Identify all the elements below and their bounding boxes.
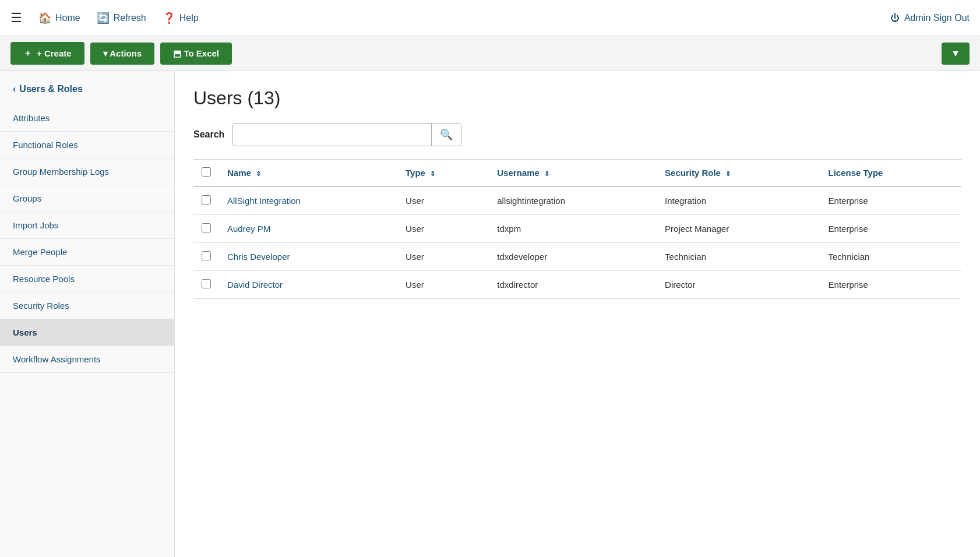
admin-sign-out-label: Admin Sign Out (904, 13, 970, 23)
create-button[interactable]: ＋ + Create (10, 42, 84, 65)
sidebar-item-merge-people[interactable]: Merge People (0, 239, 174, 266)
to-excel-button[interactable]: ⬒ To Excel (160, 43, 232, 65)
row-checkbox[interactable] (202, 195, 211, 205)
table-body: AllSight Integration User allsightintegr… (193, 186, 961, 299)
sidebar: ‹ Users & Roles Attributes Functional Ro… (0, 71, 175, 557)
sidebar-item-label: Users (13, 327, 37, 337)
table-row: Chris Developer User tdxdeveloper Techni… (193, 243, 961, 271)
sidebar-item-label: Groups (13, 193, 41, 203)
sidebar-item-resource-pools[interactable]: Resource Pools (0, 266, 174, 292)
table-row: AllSight Integration User allsightintegr… (193, 186, 961, 215)
row-checkbox-cell (193, 243, 219, 271)
sidebar-back[interactable]: ‹ Users & Roles (0, 77, 174, 105)
main-content: Users (13) Search 🔍 Name ⇕ (175, 71, 980, 557)
cell-username: tdxdirector (489, 271, 657, 299)
row-checkbox-cell (193, 186, 219, 215)
user-name-link[interactable]: Chris Developer (227, 252, 290, 262)
sidebar-item-label: Security Roles (13, 301, 69, 311)
sidebar-item-import-jobs[interactable]: Import Jobs (0, 212, 174, 239)
cell-security-role: Director (657, 271, 820, 299)
sidebar-item-groups[interactable]: Groups (0, 185, 174, 212)
username-sort-icon: ⇕ (544, 170, 549, 177)
sidebar-item-label: Merge People (13, 247, 67, 257)
help-icon: ❓ (163, 12, 175, 24)
row-checkbox-cell (193, 215, 219, 243)
top-nav: ☰ 🏠 Home 🔄 Refresh ❓ Help ⏻ Admin Sign O… (0, 0, 980, 36)
row-checkbox[interactable] (202, 251, 211, 260)
sidebar-item-attributes[interactable]: Attributes (0, 105, 174, 132)
layout: ‹ Users & Roles Attributes Functional Ro… (0, 71, 980, 557)
col-security-role[interactable]: Security Role ⇕ (657, 160, 820, 187)
user-name-link[interactable]: David Director (227, 280, 283, 290)
search-input[interactable] (233, 125, 431, 144)
search-button[interactable]: 🔍 (431, 124, 461, 146)
cell-username: tdxpm (489, 215, 657, 243)
cell-username: tdxdeveloper (489, 243, 657, 271)
filter-icon: ▼ (951, 48, 960, 58)
col-username[interactable]: Username ⇕ (489, 160, 657, 187)
cell-type: User (397, 271, 489, 299)
create-icon: ＋ (23, 48, 32, 59)
type-sort-icon: ⇕ (430, 170, 435, 177)
cell-security-role: Integration (657, 186, 820, 215)
cell-license-type: Enterprise (820, 186, 961, 215)
sidebar-item-label: Resource Pools (13, 274, 75, 284)
select-all-checkbox[interactable] (202, 167, 211, 177)
cell-license-type: Enterprise (820, 215, 961, 243)
row-checkbox[interactable] (202, 223, 211, 232)
search-row: Search 🔍 (193, 123, 961, 146)
sidebar-item-security-roles[interactable]: Security Roles (0, 292, 174, 319)
cell-name: David Director (219, 271, 397, 299)
cell-security-role: Project Manager (657, 215, 820, 243)
sidebar-item-group-membership-logs[interactable]: Group Membership Logs (0, 158, 174, 185)
cell-license-type: Technician (820, 243, 961, 271)
col-license-type[interactable]: License Type (820, 160, 961, 187)
col-type[interactable]: Type ⇕ (397, 160, 489, 187)
sidebar-item-label: Group Membership Logs (13, 167, 109, 177)
nav-refresh[interactable]: 🔄 Refresh (97, 12, 146, 24)
sidebar-item-users[interactable]: Users (0, 319, 174, 346)
home-icon: 🏠 (38, 12, 51, 24)
actions-button[interactable]: ▾ Actions (90, 43, 155, 65)
search-input-wrap: 🔍 (232, 123, 461, 146)
row-checkbox[interactable] (202, 279, 211, 288)
nav-refresh-label: Refresh (114, 13, 146, 23)
user-name-link[interactable]: Audrey PM (227, 224, 270, 234)
cell-license-type: Enterprise (820, 271, 961, 299)
sidebar-item-label: Import Jobs (13, 220, 58, 230)
cell-username: allsightintegration (489, 186, 657, 215)
filter-button[interactable]: ▼ (942, 43, 970, 65)
back-icon: ‹ (13, 84, 16, 94)
actions-label: ▾ Actions (103, 48, 142, 59)
search-icon: 🔍 (440, 129, 453, 140)
user-name-link[interactable]: AllSight Integration (227, 196, 301, 206)
cell-type: User (397, 243, 489, 271)
cell-name: Chris Developer (219, 243, 397, 271)
table-row: Audrey PM User tdxpm Project Manager Ent… (193, 215, 961, 243)
sidebar-item-label: Functional Roles (13, 140, 78, 150)
page-title: Users (13) (193, 87, 961, 109)
select-all-header (193, 160, 219, 187)
table-row: David Director User tdxdirector Director… (193, 271, 961, 299)
nav-help[interactable]: ❓ Help (163, 12, 199, 24)
excel-label: ⬒ To Excel (173, 48, 219, 59)
sidebar-back-label: Users & Roles (19, 84, 83, 94)
nav-home-label: Home (55, 13, 80, 23)
sidebar-item-workflow-assignments[interactable]: Workflow Assignments (0, 346, 174, 373)
toolbar: ＋ + Create ▾ Actions ⬒ To Excel ▼ (0, 36, 980, 71)
nav-help-label: Help (179, 13, 199, 23)
name-sort-icon: ⇕ (256, 170, 261, 177)
security-role-sort-icon: ⇕ (725, 170, 731, 177)
nav-home[interactable]: 🏠 Home (38, 12, 80, 24)
cell-type: User (397, 215, 489, 243)
col-name[interactable]: Name ⇕ (219, 160, 397, 187)
cell-security-role: Technician (657, 243, 820, 271)
users-table: Name ⇕ Type ⇕ Username ⇕ Security Role ⇕ (193, 159, 961, 299)
admin-sign-out[interactable]: ⏻ Admin Sign Out (890, 13, 970, 23)
hamburger-icon[interactable]: ☰ (10, 10, 22, 26)
row-checkbox-cell (193, 271, 219, 299)
power-icon: ⏻ (890, 13, 900, 23)
cell-name: Audrey PM (219, 215, 397, 243)
search-label: Search (193, 129, 224, 140)
sidebar-item-functional-roles[interactable]: Functional Roles (0, 132, 174, 158)
